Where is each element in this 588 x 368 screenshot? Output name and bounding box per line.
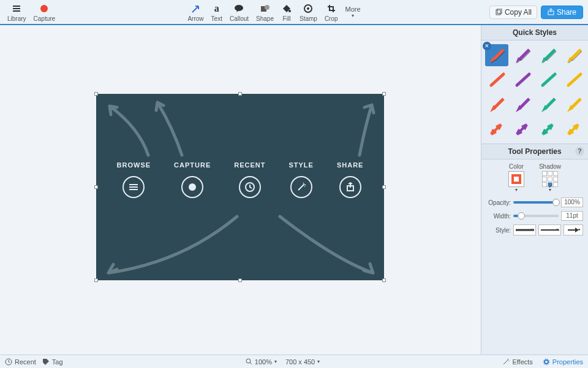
tool-shape[interactable]: Shape (252, 0, 277, 24)
quick-style-10[interactable] (537, 93, 560, 115)
svg-point-16 (189, 183, 196, 191)
share-up-icon (548, 9, 554, 15)
svg-point-9 (307, 7, 309, 10)
svg-point-37 (545, 360, 548, 364)
stamp-icon (303, 3, 314, 14)
line-style-select[interactable] (513, 224, 536, 236)
footer-effects[interactable]: Effects (502, 358, 532, 366)
copy-all-label: Copy All (505, 8, 532, 17)
svg-point-4 (235, 5, 243, 11)
svg-line-20 (519, 50, 529, 59)
arrow-icon (190, 3, 202, 14)
text-icon: a (211, 3, 222, 14)
width-label: Width: (486, 213, 511, 220)
tag-icon (42, 358, 50, 366)
width-slider[interactable] (513, 215, 559, 217)
shadow-picker[interactable]: Shadow ✓ ▾ (539, 163, 561, 193)
svg-line-28 (519, 99, 529, 109)
tool-crop[interactable]: Crop (321, 0, 342, 24)
quick-style-6[interactable] (537, 69, 560, 91)
library-label: Library (7, 15, 26, 22)
footer-properties[interactable]: Properties (543, 358, 583, 366)
capture-label: Capture (34, 15, 56, 22)
canvas-action-recent[interactable]: RECENT (234, 161, 265, 198)
copy-all-button[interactable]: Copy All (489, 6, 537, 19)
tail-style-select[interactable] (538, 224, 561, 236)
menu-icon (11, 3, 22, 14)
copy-icon (495, 9, 502, 16)
quick-style-7[interactable] (562, 69, 586, 91)
svg-line-24 (517, 74, 529, 85)
tool-text[interactable]: a Text (208, 0, 226, 24)
footer-effects-label: Effects (512, 358, 532, 366)
wand-icon (502, 358, 510, 366)
footer-tag-label: Tag (52, 358, 63, 366)
dimensions: 700 x 450▾ (285, 358, 320, 366)
share-button[interactable]: Share (541, 6, 583, 19)
quick-style-12[interactable] (485, 118, 508, 140)
canvas-action-browse[interactable]: BROWSE (117, 161, 151, 198)
svg-line-27 (494, 99, 503, 109)
tool-arrow[interactable]: Arrow (184, 0, 207, 24)
help-icon[interactable]: ? (575, 147, 584, 156)
svg-line-30 (571, 99, 581, 109)
head-style-select[interactable] (564, 224, 583, 236)
color-swatch[interactable] (508, 171, 524, 187)
canvas-action-capture[interactable]: CAPTURE (174, 161, 211, 198)
svg-rect-10 (496, 10, 500, 15)
quick-style-8[interactable] (485, 93, 508, 115)
chevron-down-icon: ▾ (352, 13, 354, 18)
quick-style-15[interactable] (562, 118, 586, 140)
tool-properties: Color ▾ Shadow ✓ ▾ Opacity: 100% Wid (481, 159, 588, 243)
chevron-down-icon: ▾ (515, 187, 518, 193)
tool-fill[interactable]: Fill (277, 0, 296, 24)
quick-style-2[interactable] (537, 44, 560, 66)
canvas-image[interactable]: BROWSE CAPTURE RECENT STYLE SHARE (96, 94, 384, 280)
crop-icon (326, 3, 337, 14)
tool-more[interactable]: More ▾ (342, 0, 364, 24)
tool-fill-label: Fill (283, 15, 291, 22)
quick-style-9[interactable] (511, 93, 534, 115)
side-panel: Quick Styles Tool Properties ? Color ▾ S… (481, 25, 588, 355)
svg-line-23 (491, 74, 503, 85)
canvas-action-style[interactable]: STYLE (288, 161, 313, 198)
share-label: Share (557, 8, 576, 17)
opacity-value[interactable]: 100% (561, 197, 583, 207)
quick-style-11[interactable] (562, 93, 586, 115)
quick-style-1[interactable] (511, 44, 534, 66)
quick-style-3[interactable] (562, 44, 586, 66)
canvas-area[interactable]: BROWSE CAPTURE RECENT STYLE SHARE (0, 25, 481, 355)
canvas-action-share[interactable]: SHARE (337, 161, 364, 198)
footer-properties-label: Properties (552, 358, 583, 366)
footer-recent[interactable]: Recent (5, 358, 36, 366)
quick-style-4[interactable] (485, 69, 508, 91)
opacity-label: Opacity: (486, 199, 511, 206)
style-row: Style: (486, 224, 583, 236)
style-label: Style: (486, 227, 511, 234)
library-button[interactable]: Library (4, 0, 30, 24)
svg-line-19 (494, 50, 503, 59)
capture-action-label: CAPTURE (174, 161, 211, 169)
toolbar-right: Copy All Share (489, 0, 588, 24)
tool-callout[interactable]: Callout (226, 0, 252, 24)
quick-style-0[interactable] (485, 44, 508, 66)
main: BROWSE CAPTURE RECENT STYLE SHARE (0, 25, 588, 355)
quick-style-5[interactable] (511, 69, 534, 91)
tool-crop-label: Crop (325, 15, 338, 22)
svg-point-7 (288, 10, 291, 12)
gear-icon (543, 358, 550, 366)
capture-button[interactable]: Capture (30, 0, 59, 24)
color-picker[interactable]: Color ▾ (508, 163, 524, 193)
footer-tag[interactable]: Tag (42, 358, 63, 366)
quick-style-13[interactable] (511, 118, 534, 140)
share-icon (339, 176, 361, 198)
shadow-grid[interactable]: ✓ (542, 171, 558, 187)
opacity-slider[interactable] (513, 201, 559, 204)
quick-style-14[interactable] (537, 118, 560, 140)
tool-stamp[interactable]: Stamp (296, 0, 321, 24)
zoom-control[interactable]: 100%▾ (246, 358, 277, 366)
width-value[interactable]: 11pt (561, 211, 583, 221)
svg-line-26 (568, 74, 581, 85)
shape-icon (260, 3, 271, 14)
svg-rect-11 (497, 9, 502, 13)
